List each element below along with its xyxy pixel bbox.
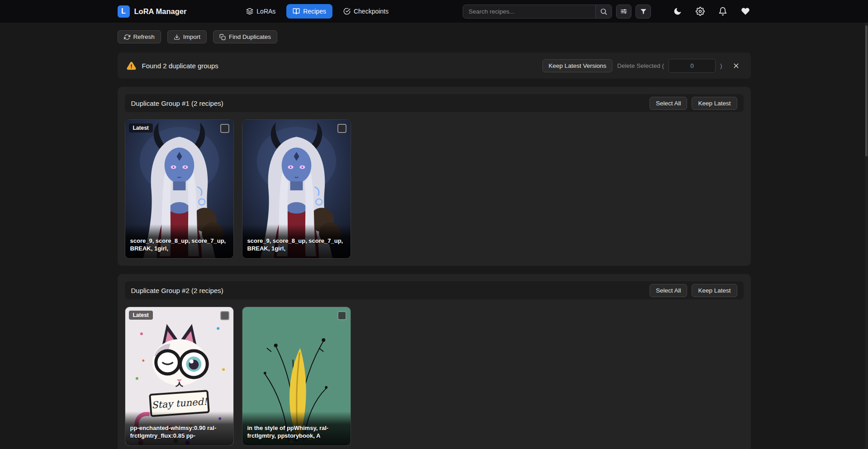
warning-icon [127,61,136,71]
recipe-caption: in the style of ppWhimsy, ral-frctlgmtry… [242,411,351,445]
banner-message: Found 2 duplicate groups [142,62,218,70]
recipe-caption: score_9, score_8_up, score_7_up, BREAK, … [125,224,233,258]
recipe-select-checkbox[interactable] [337,124,346,133]
keep-latest-label: Keep Latest [698,100,730,107]
book-icon [293,8,300,15]
group-2-select-all-button[interactable]: Select All [650,284,688,297]
import-button[interactable]: Import [167,30,207,43]
find-duplicates-button[interactable]: Find Duplicates [213,30,277,43]
group-1-keep-latest-button[interactable]: Keep Latest [692,97,737,110]
toolbar: Refresh Import Find Duplicates [118,30,751,43]
navbar-inner: L LoRA Manager LoRAs Recipes Checkpoints [118,0,751,23]
group-2-header: Duplicate Group #2 (2 recipes) Select Al… [125,281,744,299]
search-button[interactable] [595,5,612,18]
group-1-cards: Latest score_9, score_8_up, score_7_up, … [125,119,744,259]
duplicates-banner: Found 2 duplicate groups Keep Latest Ver… [118,52,751,79]
app-brand[interactable]: L LoRA Manager [118,5,187,18]
keep-latest-versions-button[interactable]: Keep Latest Versions [542,59,613,72]
search-icon [600,8,607,15]
refresh-button[interactable]: Refresh [118,30,161,43]
delete-selected-suffix: ) [720,62,722,69]
gear-icon [696,7,705,16]
refresh-icon [124,34,130,40]
refresh-button-label: Refresh [133,33,155,40]
nav-right-icons [672,6,751,17]
import-icon [174,34,180,40]
scrollbar[interactable] [865,23,868,449]
close-icon [732,62,740,70]
group-1-actions: Select All Keep Latest [650,97,737,110]
settings-button[interactable] [695,6,706,17]
recipe-card[interactable]: Stay tuned! Latest pp-enchanted-whimsy:0… [125,307,234,446]
recipe-card[interactable]: score_9, score_8_up, score_7_up, BREAK, … [242,119,351,259]
heart-icon [741,7,750,16]
search-group [463,5,651,19]
tab-recipes-label: Recipes [303,8,326,15]
group-2-keep-latest-button[interactable]: Keep Latest [692,284,737,297]
recipe-caption: score_9, score_8_up, score_7_up, BREAK, … [242,224,351,258]
funnel-icon [640,8,647,15]
duplicate-group-1: Duplicate Group #1 (2 recipes) Select Al… [118,87,751,266]
main-content: Refresh Import Find Duplicates Found 2 d… [118,23,751,449]
recipe-card[interactable]: in the style of ppWhimsy, ral-frctlgmtry… [242,307,351,446]
filter-settings-button[interactable] [616,5,631,19]
bell-icon [718,7,727,16]
latest-badge: Latest [129,311,153,320]
find-duplicates-button-label: Find Duplicates [229,33,271,40]
select-all-label: Select All [656,100,681,107]
moon-icon [673,7,682,16]
layers-icon [246,8,253,15]
tab-loras-label: LoRAs [256,8,275,15]
notifications-button[interactable] [717,6,728,17]
app-title: LoRA Manager [134,7,187,16]
group-2-actions: Select All Keep Latest [650,284,737,297]
latest-badge: Latest [129,123,153,132]
keep-latest-label: Keep Latest [698,287,730,294]
support-button[interactable] [740,6,751,17]
banner-actions: Keep Latest Versions Delete Selected ( ) [542,59,742,73]
recipe-card[interactable]: Latest score_9, score_8_up, score_7_up, … [125,119,234,259]
keep-latest-versions-label: Keep Latest Versions [549,62,607,69]
import-button-label: Import [183,33,200,40]
search-input[interactable] [463,5,595,18]
group-1-title: Duplicate Group #1 (2 recipes) [131,99,223,107]
tab-checkpoints[interactable]: Checkpoints [337,4,395,19]
delete-count-input[interactable] [669,59,716,73]
group-2-title: Duplicate Group #2 (2 recipes) [131,287,223,294]
banner-close-button[interactable] [730,60,742,71]
duplicates-icon [219,34,226,40]
tab-checkpoints-label: Checkpoints [354,8,389,15]
check-circle-icon [343,8,351,15]
tab-loras[interactable]: LoRAs [240,4,282,19]
recipe-select-checkbox[interactable] [337,311,346,320]
search-bar [463,5,612,19]
scrollbar-thumb[interactable] [865,25,868,156]
nav-tabs: LoRAs Recipes Checkpoints [240,4,395,19]
tab-recipes[interactable]: Recipes [286,4,332,19]
navbar: L LoRA Manager LoRAs Recipes Checkpoints [0,0,868,23]
select-all-label: Select All [656,287,681,294]
group-1-header: Duplicate Group #1 (2 recipes) Select Al… [125,94,744,112]
recipe-select-checkbox[interactable] [220,124,229,133]
recipe-select-checkbox[interactable] [220,311,229,320]
recipe-caption: pp-enchanted-whimsy:0.90 ral-frctlgmtry_… [125,411,233,445]
delete-selected-label: Delete Selected ( [617,62,664,69]
duplicate-group-2: Duplicate Group #2 (2 recipes) Select Al… [118,274,751,449]
theme-toggle-button[interactable] [672,6,683,17]
group-1-select-all-button[interactable]: Select All [650,97,688,110]
group-2-cards: Stay tuned! Latest pp-enchanted-whimsy:0… [125,307,744,446]
sliders-icon [620,8,627,15]
filter-button[interactable] [636,5,651,19]
app-logo: L [118,5,130,18]
